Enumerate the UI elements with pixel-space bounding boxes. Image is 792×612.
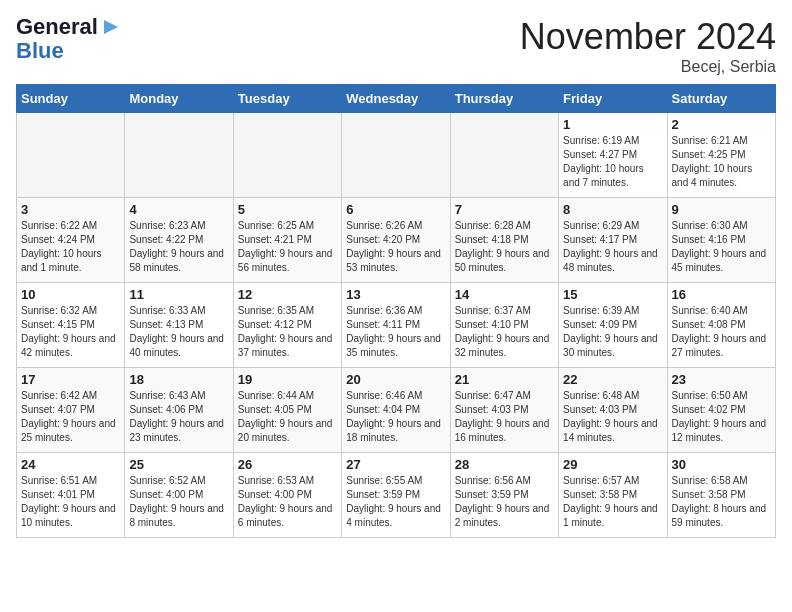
calendar-cell: 24Sunrise: 6:51 AM Sunset: 4:01 PM Dayli…: [17, 453, 125, 538]
day-detail: Sunrise: 6:40 AM Sunset: 4:08 PM Dayligh…: [672, 304, 771, 360]
day-detail: Sunrise: 6:46 AM Sunset: 4:04 PM Dayligh…: [346, 389, 445, 445]
day-number: 5: [238, 202, 337, 217]
week-row-0: 1Sunrise: 6:19 AM Sunset: 4:27 PM Daylig…: [17, 113, 776, 198]
week-row-4: 24Sunrise: 6:51 AM Sunset: 4:01 PM Dayli…: [17, 453, 776, 538]
day-number: 20: [346, 372, 445, 387]
day-number: 19: [238, 372, 337, 387]
day-detail: Sunrise: 6:21 AM Sunset: 4:25 PM Dayligh…: [672, 134, 771, 190]
calendar-cell: [450, 113, 558, 198]
day-number: 18: [129, 372, 228, 387]
month-title: November 2024: [520, 16, 776, 58]
calendar-table: SundayMondayTuesdayWednesdayThursdayFrid…: [16, 84, 776, 538]
calendar-cell: 14Sunrise: 6:37 AM Sunset: 4:10 PM Dayli…: [450, 283, 558, 368]
calendar-cell: 15Sunrise: 6:39 AM Sunset: 4:09 PM Dayli…: [559, 283, 667, 368]
week-row-3: 17Sunrise: 6:42 AM Sunset: 4:07 PM Dayli…: [17, 368, 776, 453]
day-number: 28: [455, 457, 554, 472]
day-number: 15: [563, 287, 662, 302]
day-detail: Sunrise: 6:43 AM Sunset: 4:06 PM Dayligh…: [129, 389, 228, 445]
day-number: 27: [346, 457, 445, 472]
weekday-header-sunday: Sunday: [17, 85, 125, 113]
day-detail: Sunrise: 6:51 AM Sunset: 4:01 PM Dayligh…: [21, 474, 120, 530]
weekday-header-row: SundayMondayTuesdayWednesdayThursdayFrid…: [17, 85, 776, 113]
day-detail: Sunrise: 6:28 AM Sunset: 4:18 PM Dayligh…: [455, 219, 554, 275]
day-detail: Sunrise: 6:30 AM Sunset: 4:16 PM Dayligh…: [672, 219, 771, 275]
calendar-cell: 19Sunrise: 6:44 AM Sunset: 4:05 PM Dayli…: [233, 368, 341, 453]
day-number: 10: [21, 287, 120, 302]
calendar-cell: 27Sunrise: 6:55 AM Sunset: 3:59 PM Dayli…: [342, 453, 450, 538]
calendar-cell: [342, 113, 450, 198]
calendar-cell: 5Sunrise: 6:25 AM Sunset: 4:21 PM Daylig…: [233, 198, 341, 283]
day-detail: Sunrise: 6:55 AM Sunset: 3:59 PM Dayligh…: [346, 474, 445, 530]
day-number: 21: [455, 372, 554, 387]
week-row-1: 3Sunrise: 6:22 AM Sunset: 4:24 PM Daylig…: [17, 198, 776, 283]
day-number: 13: [346, 287, 445, 302]
day-detail: Sunrise: 6:53 AM Sunset: 4:00 PM Dayligh…: [238, 474, 337, 530]
weekday-header-saturday: Saturday: [667, 85, 775, 113]
svg-marker-0: [104, 20, 118, 34]
calendar-cell: [233, 113, 341, 198]
day-number: 23: [672, 372, 771, 387]
logo-arrow-icon: [100, 16, 122, 38]
calendar-cell: 4Sunrise: 6:23 AM Sunset: 4:22 PM Daylig…: [125, 198, 233, 283]
day-detail: Sunrise: 6:19 AM Sunset: 4:27 PM Dayligh…: [563, 134, 662, 190]
day-number: 7: [455, 202, 554, 217]
calendar-cell: 10Sunrise: 6:32 AM Sunset: 4:15 PM Dayli…: [17, 283, 125, 368]
calendar-cell: 13Sunrise: 6:36 AM Sunset: 4:11 PM Dayli…: [342, 283, 450, 368]
day-number: 12: [238, 287, 337, 302]
day-number: 22: [563, 372, 662, 387]
day-number: 30: [672, 457, 771, 472]
calendar-cell: 28Sunrise: 6:56 AM Sunset: 3:59 PM Dayli…: [450, 453, 558, 538]
calendar-cell: 30Sunrise: 6:58 AM Sunset: 3:58 PM Dayli…: [667, 453, 775, 538]
day-number: 6: [346, 202, 445, 217]
day-detail: Sunrise: 6:58 AM Sunset: 3:58 PM Dayligh…: [672, 474, 771, 530]
day-detail: Sunrise: 6:42 AM Sunset: 4:07 PM Dayligh…: [21, 389, 120, 445]
title-block: November 2024 Becej, Serbia: [520, 16, 776, 76]
day-detail: Sunrise: 6:36 AM Sunset: 4:11 PM Dayligh…: [346, 304, 445, 360]
calendar-cell: 22Sunrise: 6:48 AM Sunset: 4:03 PM Dayli…: [559, 368, 667, 453]
day-detail: Sunrise: 6:29 AM Sunset: 4:17 PM Dayligh…: [563, 219, 662, 275]
calendar-cell: 18Sunrise: 6:43 AM Sunset: 4:06 PM Dayli…: [125, 368, 233, 453]
day-number: 29: [563, 457, 662, 472]
calendar-cell: 11Sunrise: 6:33 AM Sunset: 4:13 PM Dayli…: [125, 283, 233, 368]
calendar-cell: 25Sunrise: 6:52 AM Sunset: 4:00 PM Dayli…: [125, 453, 233, 538]
day-detail: Sunrise: 6:52 AM Sunset: 4:00 PM Dayligh…: [129, 474, 228, 530]
calendar-cell: 16Sunrise: 6:40 AM Sunset: 4:08 PM Dayli…: [667, 283, 775, 368]
calendar-cell: 3Sunrise: 6:22 AM Sunset: 4:24 PM Daylig…: [17, 198, 125, 283]
day-detail: Sunrise: 6:44 AM Sunset: 4:05 PM Dayligh…: [238, 389, 337, 445]
calendar-cell: 29Sunrise: 6:57 AM Sunset: 3:58 PM Dayli…: [559, 453, 667, 538]
day-number: 26: [238, 457, 337, 472]
day-detail: Sunrise: 6:39 AM Sunset: 4:09 PM Dayligh…: [563, 304, 662, 360]
calendar-cell: 9Sunrise: 6:30 AM Sunset: 4:16 PM Daylig…: [667, 198, 775, 283]
logo: General Blue: [16, 16, 122, 64]
page-header: General Blue November 2024 Becej, Serbia: [16, 16, 776, 76]
calendar-cell: 6Sunrise: 6:26 AM Sunset: 4:20 PM Daylig…: [342, 198, 450, 283]
day-number: 2: [672, 117, 771, 132]
day-number: 14: [455, 287, 554, 302]
day-number: 1: [563, 117, 662, 132]
calendar-cell: 7Sunrise: 6:28 AM Sunset: 4:18 PM Daylig…: [450, 198, 558, 283]
day-detail: Sunrise: 6:37 AM Sunset: 4:10 PM Dayligh…: [455, 304, 554, 360]
calendar-cell: 2Sunrise: 6:21 AM Sunset: 4:25 PM Daylig…: [667, 113, 775, 198]
logo-blue: Blue: [16, 38, 64, 64]
weekday-header-friday: Friday: [559, 85, 667, 113]
day-detail: Sunrise: 6:22 AM Sunset: 4:24 PM Dayligh…: [21, 219, 120, 275]
week-row-2: 10Sunrise: 6:32 AM Sunset: 4:15 PM Dayli…: [17, 283, 776, 368]
calendar-cell: 12Sunrise: 6:35 AM Sunset: 4:12 PM Dayli…: [233, 283, 341, 368]
day-number: 17: [21, 372, 120, 387]
calendar-cell: [17, 113, 125, 198]
calendar-cell: 21Sunrise: 6:47 AM Sunset: 4:03 PM Dayli…: [450, 368, 558, 453]
day-detail: Sunrise: 6:57 AM Sunset: 3:58 PM Dayligh…: [563, 474, 662, 530]
day-detail: Sunrise: 6:48 AM Sunset: 4:03 PM Dayligh…: [563, 389, 662, 445]
weekday-header-wednesday: Wednesday: [342, 85, 450, 113]
day-number: 8: [563, 202, 662, 217]
day-number: 9: [672, 202, 771, 217]
calendar-cell: 26Sunrise: 6:53 AM Sunset: 4:00 PM Dayli…: [233, 453, 341, 538]
day-number: 3: [21, 202, 120, 217]
day-detail: Sunrise: 6:35 AM Sunset: 4:12 PM Dayligh…: [238, 304, 337, 360]
calendar-cell: 20Sunrise: 6:46 AM Sunset: 4:04 PM Dayli…: [342, 368, 450, 453]
day-detail: Sunrise: 6:50 AM Sunset: 4:02 PM Dayligh…: [672, 389, 771, 445]
day-detail: Sunrise: 6:33 AM Sunset: 4:13 PM Dayligh…: [129, 304, 228, 360]
day-detail: Sunrise: 6:32 AM Sunset: 4:15 PM Dayligh…: [21, 304, 120, 360]
day-number: 25: [129, 457, 228, 472]
location: Becej, Serbia: [520, 58, 776, 76]
